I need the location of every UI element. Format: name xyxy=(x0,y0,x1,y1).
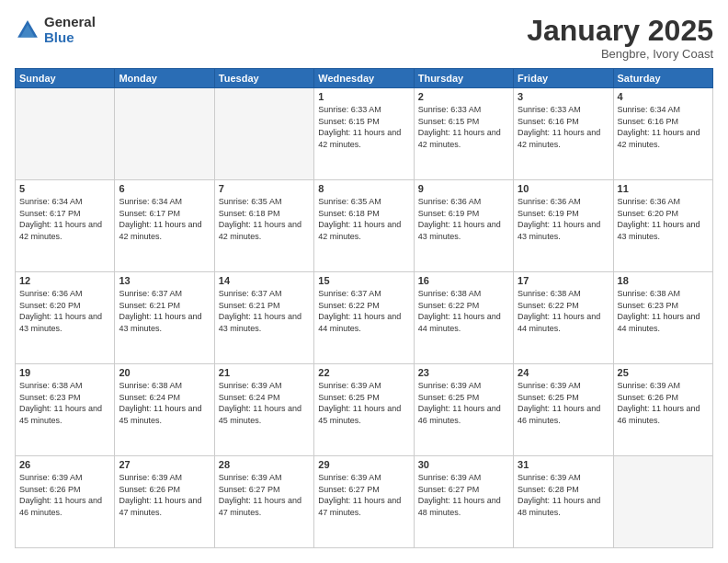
day-info: Sunrise: 6:34 AM Sunset: 6:16 PM Dayligh… xyxy=(618,104,709,150)
day-info: Sunrise: 6:39 AM Sunset: 6:28 PM Dayligh… xyxy=(518,472,609,518)
day-info: Sunrise: 6:36 AM Sunset: 6:20 PM Dayligh… xyxy=(19,288,110,334)
day-cell: 13Sunrise: 6:37 AM Sunset: 6:21 PM Dayli… xyxy=(115,272,214,364)
day-info: Sunrise: 6:33 AM Sunset: 6:15 PM Dayligh… xyxy=(418,104,509,150)
day-number: 24 xyxy=(518,367,609,378)
day-cell: 24Sunrise: 6:39 AM Sunset: 6:25 PM Dayli… xyxy=(514,364,613,456)
day-number: 15 xyxy=(318,275,409,286)
day-info: Sunrise: 6:37 AM Sunset: 6:21 PM Dayligh… xyxy=(219,288,310,334)
day-info: Sunrise: 6:39 AM Sunset: 6:27 PM Dayligh… xyxy=(318,472,409,518)
calendar-table: SundayMondayTuesdayWednesdayThursdayFrid… xyxy=(15,68,713,548)
day-cell xyxy=(115,88,214,180)
day-cell: 15Sunrise: 6:37 AM Sunset: 6:22 PM Dayli… xyxy=(314,272,414,364)
day-number: 29 xyxy=(318,459,409,470)
day-number: 20 xyxy=(119,367,210,378)
logo-text: General Blue xyxy=(44,15,96,45)
day-number: 28 xyxy=(219,459,310,470)
day-info: Sunrise: 6:35 AM Sunset: 6:18 PM Dayligh… xyxy=(318,196,409,242)
day-cell: 3Sunrise: 6:33 AM Sunset: 6:16 PM Daylig… xyxy=(514,88,613,180)
day-cell: 22Sunrise: 6:39 AM Sunset: 6:25 PM Dayli… xyxy=(314,364,414,456)
logo-icon xyxy=(15,17,40,43)
day-number: 23 xyxy=(418,367,509,378)
day-number: 5 xyxy=(19,183,110,194)
day-info: Sunrise: 6:38 AM Sunset: 6:24 PM Dayligh… xyxy=(119,380,210,426)
day-number: 11 xyxy=(618,183,709,194)
day-info: Sunrise: 6:38 AM Sunset: 6:22 PM Dayligh… xyxy=(418,288,509,334)
day-number: 7 xyxy=(219,183,310,194)
day-cell: 26Sunrise: 6:39 AM Sunset: 6:26 PM Dayli… xyxy=(16,456,115,548)
day-info: Sunrise: 6:36 AM Sunset: 6:20 PM Dayligh… xyxy=(618,196,709,242)
day-cell: 9Sunrise: 6:36 AM Sunset: 6:19 PM Daylig… xyxy=(414,180,513,272)
logo-general-text: General xyxy=(44,15,96,30)
day-info: Sunrise: 6:39 AM Sunset: 6:27 PM Dayligh… xyxy=(418,472,509,518)
day-cell xyxy=(214,88,313,180)
day-cell: 5Sunrise: 6:34 AM Sunset: 6:17 PM Daylig… xyxy=(16,180,115,272)
day-cell: 27Sunrise: 6:39 AM Sunset: 6:26 PM Dayli… xyxy=(115,456,214,548)
day-info: Sunrise: 6:33 AM Sunset: 6:15 PM Dayligh… xyxy=(318,104,409,150)
day-info: Sunrise: 6:39 AM Sunset: 6:25 PM Dayligh… xyxy=(518,380,609,426)
day-cell: 28Sunrise: 6:39 AM Sunset: 6:27 PM Dayli… xyxy=(214,456,313,548)
day-info: Sunrise: 6:34 AM Sunset: 6:17 PM Dayligh… xyxy=(119,196,210,242)
day-cell: 29Sunrise: 6:39 AM Sunset: 6:27 PM Dayli… xyxy=(314,456,414,548)
day-cell: 4Sunrise: 6:34 AM Sunset: 6:16 PM Daylig… xyxy=(613,88,712,180)
month-title: January 2025 xyxy=(527,15,713,47)
day-number: 21 xyxy=(219,367,310,378)
day-number: 2 xyxy=(418,91,509,102)
day-number: 30 xyxy=(418,459,509,470)
header: General Blue January 2025 Bengbre, Ivory… xyxy=(15,15,713,61)
day-number: 19 xyxy=(19,367,110,378)
week-row-3: 19Sunrise: 6:38 AM Sunset: 6:23 PM Dayli… xyxy=(16,364,713,456)
day-cell: 12Sunrise: 6:36 AM Sunset: 6:20 PM Dayli… xyxy=(16,272,115,364)
weekday-header-monday: Monday xyxy=(115,69,214,88)
day-info: Sunrise: 6:39 AM Sunset: 6:26 PM Dayligh… xyxy=(618,380,709,426)
day-number: 18 xyxy=(618,275,709,286)
day-cell: 11Sunrise: 6:36 AM Sunset: 6:20 PM Dayli… xyxy=(613,180,712,272)
weekday-header-row: SundayMondayTuesdayWednesdayThursdayFrid… xyxy=(16,69,713,88)
day-cell: 10Sunrise: 6:36 AM Sunset: 6:19 PM Dayli… xyxy=(514,180,613,272)
logo: General Blue xyxy=(15,15,96,45)
day-info: Sunrise: 6:36 AM Sunset: 6:19 PM Dayligh… xyxy=(518,196,609,242)
weekday-header-thursday: Thursday xyxy=(414,69,513,88)
week-row-0: 1Sunrise: 6:33 AM Sunset: 6:15 PM Daylig… xyxy=(16,88,713,180)
day-cell: 7Sunrise: 6:35 AM Sunset: 6:18 PM Daylig… xyxy=(214,180,313,272)
day-cell: 20Sunrise: 6:38 AM Sunset: 6:24 PM Dayli… xyxy=(115,364,214,456)
day-number: 14 xyxy=(219,275,310,286)
day-info: Sunrise: 6:35 AM Sunset: 6:18 PM Dayligh… xyxy=(219,196,310,242)
day-info: Sunrise: 6:33 AM Sunset: 6:16 PM Dayligh… xyxy=(518,104,609,150)
weekday-header-friday: Friday xyxy=(514,69,613,88)
day-number: 31 xyxy=(518,459,609,470)
day-info: Sunrise: 6:38 AM Sunset: 6:22 PM Dayligh… xyxy=(518,288,609,334)
day-cell: 23Sunrise: 6:39 AM Sunset: 6:25 PM Dayli… xyxy=(414,364,513,456)
weekday-header-wednesday: Wednesday xyxy=(314,69,414,88)
day-info: Sunrise: 6:39 AM Sunset: 6:27 PM Dayligh… xyxy=(219,472,310,518)
day-number: 13 xyxy=(119,275,210,286)
day-cell: 6Sunrise: 6:34 AM Sunset: 6:17 PM Daylig… xyxy=(115,180,214,272)
day-cell: 16Sunrise: 6:38 AM Sunset: 6:22 PM Dayli… xyxy=(414,272,513,364)
week-row-2: 12Sunrise: 6:36 AM Sunset: 6:20 PM Dayli… xyxy=(16,272,713,364)
day-cell: 2Sunrise: 6:33 AM Sunset: 6:15 PM Daylig… xyxy=(414,88,513,180)
day-number: 4 xyxy=(618,91,709,102)
day-info: Sunrise: 6:39 AM Sunset: 6:24 PM Dayligh… xyxy=(219,380,310,426)
day-cell xyxy=(613,456,712,548)
day-number: 8 xyxy=(318,183,409,194)
title-block: January 2025 Bengbre, Ivory Coast xyxy=(527,15,713,61)
day-number: 27 xyxy=(119,459,210,470)
location: Bengbre, Ivory Coast xyxy=(527,47,713,61)
day-number: 1 xyxy=(318,91,409,102)
day-cell: 25Sunrise: 6:39 AM Sunset: 6:26 PM Dayli… xyxy=(613,364,712,456)
day-number: 10 xyxy=(518,183,609,194)
day-number: 22 xyxy=(318,367,409,378)
day-info: Sunrise: 6:39 AM Sunset: 6:26 PM Dayligh… xyxy=(119,472,210,518)
day-cell: 14Sunrise: 6:37 AM Sunset: 6:21 PM Dayli… xyxy=(214,272,313,364)
day-cell: 8Sunrise: 6:35 AM Sunset: 6:18 PM Daylig… xyxy=(314,180,414,272)
day-cell: 31Sunrise: 6:39 AM Sunset: 6:28 PM Dayli… xyxy=(514,456,613,548)
day-info: Sunrise: 6:39 AM Sunset: 6:26 PM Dayligh… xyxy=(19,472,110,518)
day-number: 9 xyxy=(418,183,509,194)
week-row-4: 26Sunrise: 6:39 AM Sunset: 6:26 PM Dayli… xyxy=(16,456,713,548)
weekday-header-sunday: Sunday xyxy=(16,69,115,88)
day-number: 6 xyxy=(119,183,210,194)
day-number: 3 xyxy=(518,91,609,102)
day-number: 26 xyxy=(19,459,110,470)
day-number: 12 xyxy=(19,275,110,286)
page: General Blue January 2025 Bengbre, Ivory… xyxy=(0,0,728,563)
day-cell: 17Sunrise: 6:38 AM Sunset: 6:22 PM Dayli… xyxy=(514,272,613,364)
